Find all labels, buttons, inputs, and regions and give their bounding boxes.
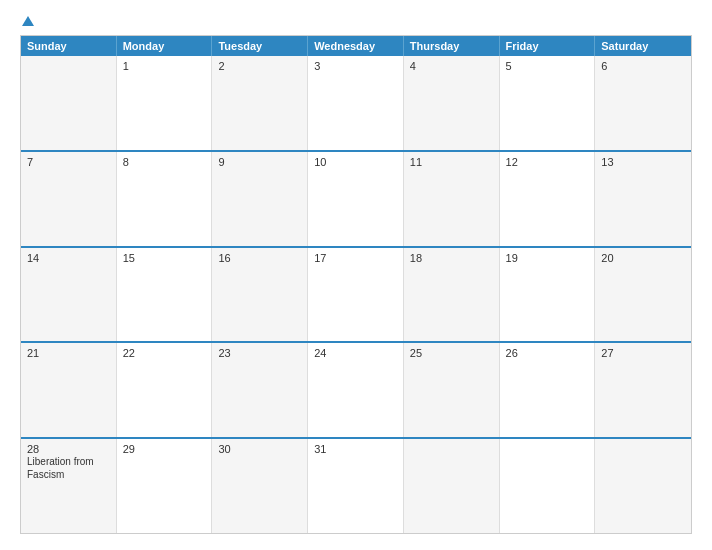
calendar-day: 22	[117, 343, 213, 437]
calendar-week-2: 78910111213	[21, 152, 691, 248]
day-number: 19	[506, 252, 589, 264]
calendar: SundayMondayTuesdayWednesdayThursdayFrid…	[20, 35, 692, 534]
day-number: 6	[601, 60, 685, 72]
day-number: 4	[410, 60, 493, 72]
day-number: 5	[506, 60, 589, 72]
calendar-day	[500, 439, 596, 533]
calendar-day: 10	[308, 152, 404, 246]
calendar-week-1: 123456	[21, 56, 691, 152]
day-number: 30	[218, 443, 301, 455]
day-number: 31	[314, 443, 397, 455]
day-number: 10	[314, 156, 397, 168]
calendar-day: 27	[595, 343, 691, 437]
day-number: 9	[218, 156, 301, 168]
calendar-day: 28Liberation from Fascism	[21, 439, 117, 533]
logo-blue-text	[20, 16, 34, 27]
day-number: 29	[123, 443, 206, 455]
calendar-day: 20	[595, 248, 691, 342]
day-number: 2	[218, 60, 301, 72]
calendar-day	[21, 56, 117, 150]
calendar-day: 25	[404, 343, 500, 437]
header-day-sunday: Sunday	[21, 36, 117, 56]
calendar-body: 1234567891011121314151617181920212223242…	[21, 56, 691, 533]
calendar-day: 11	[404, 152, 500, 246]
calendar-week-3: 14151617181920	[21, 248, 691, 344]
logo	[20, 16, 34, 27]
day-number: 8	[123, 156, 206, 168]
calendar-day: 5	[500, 56, 596, 150]
day-event: Liberation from Fascism	[27, 456, 94, 480]
calendar-day: 3	[308, 56, 404, 150]
calendar-week-4: 21222324252627	[21, 343, 691, 439]
day-number: 22	[123, 347, 206, 359]
day-number: 24	[314, 347, 397, 359]
calendar-day: 23	[212, 343, 308, 437]
calendar-day: 6	[595, 56, 691, 150]
calendar-day: 31	[308, 439, 404, 533]
header-day-saturday: Saturday	[595, 36, 691, 56]
day-number: 20	[601, 252, 685, 264]
calendar-day: 12	[500, 152, 596, 246]
day-number: 23	[218, 347, 301, 359]
day-number: 27	[601, 347, 685, 359]
calendar-day: 19	[500, 248, 596, 342]
calendar-day: 2	[212, 56, 308, 150]
calendar-day: 30	[212, 439, 308, 533]
header-day-tuesday: Tuesday	[212, 36, 308, 56]
day-number: 14	[27, 252, 110, 264]
calendar-header	[20, 16, 692, 27]
day-number: 17	[314, 252, 397, 264]
calendar-day: 15	[117, 248, 213, 342]
day-number: 26	[506, 347, 589, 359]
calendar-day: 8	[117, 152, 213, 246]
day-number: 1	[123, 60, 206, 72]
header-day-monday: Monday	[117, 36, 213, 56]
calendar-day: 21	[21, 343, 117, 437]
header-day-wednesday: Wednesday	[308, 36, 404, 56]
logo-triangle-icon	[22, 16, 34, 26]
calendar-day: 26	[500, 343, 596, 437]
calendar-day: 17	[308, 248, 404, 342]
calendar-header-row: SundayMondayTuesdayWednesdayThursdayFrid…	[21, 36, 691, 56]
calendar-day: 13	[595, 152, 691, 246]
calendar-day: 1	[117, 56, 213, 150]
day-number: 28	[27, 443, 110, 455]
calendar-day: 24	[308, 343, 404, 437]
day-number: 21	[27, 347, 110, 359]
calendar-week-5: 28Liberation from Fascism293031	[21, 439, 691, 533]
calendar-day	[595, 439, 691, 533]
calendar-day: 4	[404, 56, 500, 150]
day-number: 12	[506, 156, 589, 168]
calendar-day: 14	[21, 248, 117, 342]
day-number: 3	[314, 60, 397, 72]
day-number: 25	[410, 347, 493, 359]
calendar-day: 18	[404, 248, 500, 342]
day-number: 16	[218, 252, 301, 264]
day-number: 18	[410, 252, 493, 264]
day-number: 11	[410, 156, 493, 168]
calendar-day: 7	[21, 152, 117, 246]
calendar-day: 16	[212, 248, 308, 342]
calendar-day	[404, 439, 500, 533]
day-number: 15	[123, 252, 206, 264]
calendar-day: 29	[117, 439, 213, 533]
day-number: 7	[27, 156, 110, 168]
header-day-thursday: Thursday	[404, 36, 500, 56]
calendar-day: 9	[212, 152, 308, 246]
day-number: 13	[601, 156, 685, 168]
header-day-friday: Friday	[500, 36, 596, 56]
